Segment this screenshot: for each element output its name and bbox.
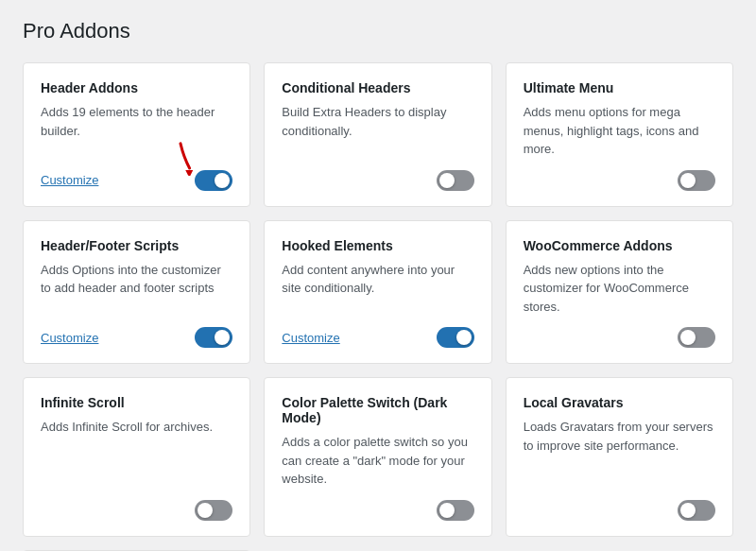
card-desc-local-gravatars: Loads Gravatars from your servers to imp… [524, 418, 715, 489]
card-footer-hooked-elements: Customize [282, 327, 473, 348]
addon-card-woocommerce-addons: WooCommerce AddonsAdds new options into … [506, 220, 733, 365]
toggle-hooked-elements[interactable] [437, 327, 474, 348]
card-title-ultimate-menu: Ultimate Menu [524, 80, 715, 95]
addon-card-hooked-elements: Hooked ElementsAdd content anywhere into… [264, 220, 491, 365]
addon-card-header-addons: Header AddonsAdds 19 elements to the hea… [23, 62, 250, 207]
card-desc-header-footer-scripts: Adds Options into the customizer to add … [41, 261, 232, 317]
card-title-header-addons: Header Addons [41, 80, 232, 95]
card-title-conditional-headers: Conditional Headers [282, 80, 473, 95]
toggle-ultimate-menu[interactable] [678, 170, 715, 191]
card-desc-infinite-scroll: Adds Infinite Scroll for archives. [41, 418, 232, 489]
card-footer-color-palette-switch [282, 500, 473, 521]
svg-marker-0 [186, 169, 194, 177]
card-footer-header-addons: Customize [41, 170, 232, 191]
addon-card-ultimate-menu: Ultimate MenuAdds menu options for mega … [506, 62, 733, 207]
card-footer-ultimate-menu [524, 170, 715, 191]
toggle-local-gravatars[interactable] [678, 500, 715, 521]
toggle-woocommerce-addons[interactable] [678, 327, 715, 348]
card-desc-woocommerce-addons: Adds new options into the customizer for… [524, 261, 715, 317]
customize-link-header-addons[interactable]: Customize [41, 173, 98, 187]
toggle-header-footer-scripts[interactable] [195, 327, 232, 348]
addon-card-infinite-scroll: Infinite ScrollAdds Infinite Scroll for … [23, 377, 250, 537]
customize-link-header-footer-scripts[interactable]: Customize [41, 331, 98, 345]
addon-card-conditional-headers: Conditional HeadersBuild Extra Headers t… [264, 62, 491, 207]
card-footer-header-footer-scripts: Customize [41, 327, 232, 348]
addon-card-header-footer-scripts: Header/Footer ScriptsAdds Options into t… [23, 220, 250, 365]
addon-card-color-palette-switch: Color Palette Switch (Dark Mode)Adds a c… [264, 377, 491, 537]
toggle-header-addons[interactable] [195, 170, 232, 191]
toggle-infinite-scroll[interactable] [195, 500, 232, 521]
card-title-local-gravatars: Local Gravatars [524, 395, 715, 410]
card-footer-infinite-scroll [41, 500, 232, 521]
card-title-header-footer-scripts: Header/Footer Scripts [41, 238, 232, 253]
card-desc-color-palette-switch: Adds a color palette switch so you can c… [282, 433, 473, 489]
addon-card-local-gravatars: Local GravatarsLoads Gravatars from your… [506, 377, 733, 537]
addons-grid: Header AddonsAdds 19 elements to the hea… [23, 62, 733, 551]
card-title-hooked-elements: Hooked Elements [282, 238, 473, 253]
card-title-infinite-scroll: Infinite Scroll [41, 395, 232, 410]
card-title-color-palette-switch: Color Palette Switch (Dark Mode) [282, 395, 473, 425]
card-desc-conditional-headers: Build Extra Headers to display condition… [282, 103, 473, 159]
card-title-woocommerce-addons: WooCommerce Addons [524, 238, 715, 253]
card-footer-woocommerce-addons [524, 327, 715, 348]
toggle-color-palette-switch[interactable] [437, 500, 474, 521]
card-footer-local-gravatars [524, 500, 715, 521]
card-desc-ultimate-menu: Adds menu options for mega menus, highli… [524, 103, 715, 159]
toggle-conditional-headers[interactable] [437, 170, 474, 191]
card-desc-hooked-elements: Add content anywhere into your site cond… [282, 261, 473, 317]
card-footer-conditional-headers [282, 170, 473, 191]
customize-link-hooked-elements[interactable]: Customize [282, 331, 339, 345]
page-title: Pro Addons [23, 19, 733, 43]
card-desc-header-addons: Adds 19 elements to the header builder. [41, 103, 232, 159]
